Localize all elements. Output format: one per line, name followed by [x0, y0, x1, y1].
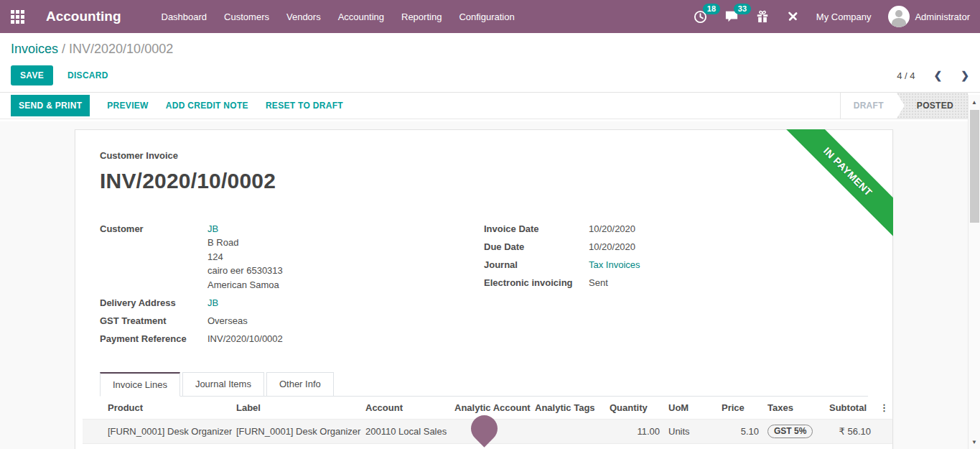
record-pager: 4 / 4 ❮ ❯	[897, 70, 969, 81]
invoice-sheet: IN PAYMENT Customer Invoice INV/2020/10/…	[75, 129, 893, 449]
user-name: Administrator	[915, 11, 970, 22]
cell-subtotal: ₹ 56.10	[825, 420, 875, 444]
tax-badge[interactable]: GST 5%	[767, 425, 813, 438]
wrench-screwdriver-icon	[786, 10, 799, 23]
field-delivery-address: Delivery Address JB	[100, 296, 484, 310]
customer-link[interactable]: JB	[207, 223, 218, 234]
pager-next-icon[interactable]: ❯	[961, 70, 969, 81]
col-header-price[interactable]: Price	[717, 397, 763, 420]
messages-button[interactable]: 33	[724, 10, 739, 23]
scrollbar-thumb[interactable]	[970, 110, 979, 223]
notebook-tabs: Invoice Lines Journal Items Other Info	[100, 372, 868, 397]
document-type-label: Customer Invoice	[100, 150, 868, 161]
cell-quantity[interactable]: 11.00	[605, 420, 664, 444]
pager-count: 4 / 4	[897, 70, 915, 81]
nav-item-accounting[interactable]: Accounting	[338, 11, 384, 22]
col-header-account[interactable]: Account	[361, 397, 450, 420]
reset-to-draft-button[interactable]: RESET TO DRAFT	[266, 101, 343, 111]
status-widget: DRAFT POSTED	[840, 93, 968, 119]
add-credit-note-button[interactable]: ADD CREDIT NOTE	[166, 101, 248, 111]
customer-address-line: B Road	[207, 236, 283, 250]
tab-journal-items[interactable]: Journal Items	[182, 372, 264, 397]
due-date-value[interactable]: 10/20/2020	[589, 240, 635, 254]
breadcrumb-invoices-link[interactable]: Invoices	[11, 42, 58, 56]
activities-button[interactable]: 18	[694, 10, 707, 24]
control-panel: Invoices / INV/2020/10/0002 SAVE DISCARD…	[0, 33, 980, 93]
payment-reference-label: Payment Reference	[100, 332, 207, 346]
user-avatar	[888, 6, 910, 27]
col-header-analytic-account[interactable]: Analytic Account	[450, 397, 531, 420]
invoice-number-title: INV/2020/10/0002	[100, 169, 868, 193]
electronic-invoicing-label: Electronic invoicing	[484, 276, 589, 290]
cell-analytic-tags[interactable]	[531, 420, 605, 444]
delivery-address-label: Delivery Address	[100, 296, 207, 310]
save-button[interactable]: SAVE	[11, 65, 53, 85]
user-menu[interactable]: Administrator	[888, 6, 970, 27]
gst-treatment-value[interactable]: Overseas	[207, 314, 248, 328]
col-header-label[interactable]: Label	[232, 397, 361, 420]
nav-item-dashboard[interactable]: Dashboard	[162, 11, 207, 22]
gifts-button[interactable]	[756, 10, 769, 23]
messages-badge: 33	[734, 4, 751, 14]
optional-columns-icon[interactable]: ⋮	[879, 402, 889, 413]
breadcrumb-separator: /	[58, 42, 69, 56]
col-header-quantity[interactable]: Quantity	[605, 397, 664, 420]
tab-invoice-lines[interactable]: Invoice Lines	[100, 372, 180, 397]
apps-menu-button[interactable]	[0, 10, 34, 24]
payment-reference-value[interactable]: INV/2020/10/0002	[207, 332, 283, 346]
col-header-product[interactable]: Product	[83, 397, 232, 420]
nav-item-reporting[interactable]: Reporting	[401, 11, 442, 22]
col-header-taxes[interactable]: Taxes	[763, 397, 825, 420]
field-electronic-invoicing: Electronic invoicing Sent	[484, 276, 868, 290]
nav-item-customers[interactable]: Customers	[224, 11, 269, 22]
customer-address-line: 124	[207, 250, 283, 264]
nav-item-configuration[interactable]: Configuration	[459, 11, 514, 22]
invoice-date-label: Invoice Date	[484, 222, 589, 236]
scroll-up-icon[interactable]: ▲	[969, 96, 980, 108]
col-header-analytic-tags[interactable]: Analytic Tags	[531, 397, 605, 420]
field-journal: Journal Tax Invoices	[484, 258, 868, 272]
company-switcher[interactable]: My Company	[816, 11, 872, 22]
scroll-down-icon[interactable]: ▼	[969, 436, 980, 448]
pager-previous-icon[interactable]: ❮	[934, 70, 943, 81]
tab-other-info[interactable]: Other Info	[266, 372, 334, 397]
delivery-address-link[interactable]: JB	[207, 296, 218, 310]
apps-grid-icon	[11, 10, 24, 24]
state-draft[interactable]: DRAFT	[841, 93, 897, 119]
customer-label: Customer	[100, 222, 207, 292]
form-view: IN PAYMENT Customer Invoice INV/2020/10/…	[0, 121, 968, 449]
cell-account[interactable]: 200110 Local Sales	[361, 420, 450, 444]
field-customer: Customer JB B Road 124 cairo eer 6530313…	[100, 222, 484, 292]
col-header-uom[interactable]: UoM	[664, 397, 717, 420]
statusbar: SEND & PRINT PREVIEW ADD CREDIT NOTE RES…	[0, 93, 968, 119]
customer-address-line: American Samoa	[207, 278, 283, 292]
breadcrumb: Invoices / INV/2020/10/0002	[11, 41, 969, 57]
main-menu: Dashboard Customers Vendors Accounting R…	[162, 11, 515, 22]
activities-badge: 18	[703, 4, 720, 14]
electronic-invoicing-value: Sent	[589, 276, 608, 290]
send-print-button[interactable]: SEND & PRINT	[11, 95, 90, 116]
top-navbar: Accounting Dashboard Customers Vendors A…	[0, 0, 980, 33]
journal-link[interactable]: Tax Invoices	[589, 258, 640, 272]
breadcrumb-current: INV/2020/10/0002	[69, 42, 173, 56]
vertical-scrollbar[interactable]: ▲ ▼	[968, 95, 980, 449]
discard-button[interactable]: DISCARD	[67, 70, 108, 80]
gst-treatment-label: GST Treatment	[100, 314, 207, 328]
invoice-date-value[interactable]: 10/20/2020	[589, 222, 635, 236]
cell-label[interactable]: [FURN_0001] Desk Organizer	[232, 420, 361, 444]
cell-uom[interactable]: Units	[664, 420, 717, 444]
state-posted[interactable]: POSTED	[897, 93, 968, 119]
field-group-right: Invoice Date 10/20/2020 Due Date 10/20/2…	[484, 222, 868, 350]
field-payment-reference: Payment Reference INV/2020/10/0002	[100, 332, 484, 346]
tools-button[interactable]	[786, 10, 799, 23]
due-date-label: Due Date	[484, 240, 589, 254]
col-header-subtotal[interactable]: Subtotal	[825, 397, 875, 420]
cell-price[interactable]: 5.10	[717, 420, 763, 444]
nav-item-vendors[interactable]: Vendors	[286, 11, 321, 22]
field-gst-treatment: GST Treatment Overseas	[100, 314, 484, 328]
gift-icon	[756, 10, 769, 23]
app-name[interactable]: Accounting	[46, 9, 121, 24]
preview-button[interactable]: PREVIEW	[107, 101, 148, 111]
cell-product[interactable]: [FURN_0001] Desk Organizer	[83, 420, 232, 444]
field-invoice-date: Invoice Date 10/20/2020	[484, 222, 868, 236]
